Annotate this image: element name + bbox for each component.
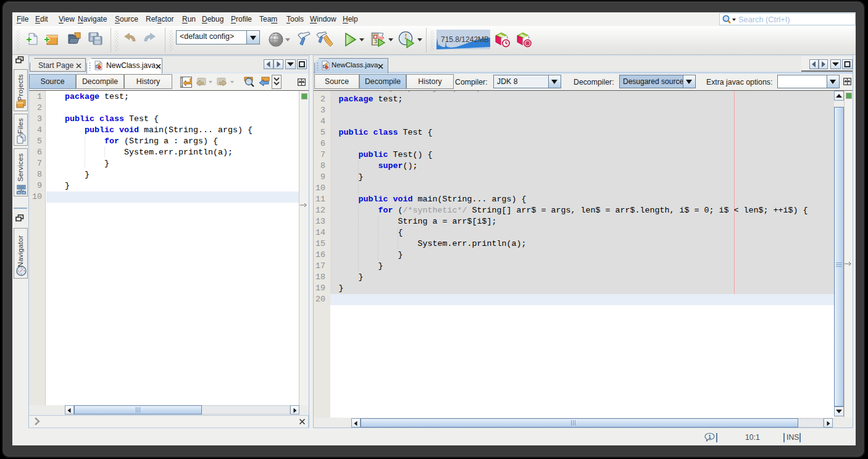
svg-text:3: 3 (374, 38, 377, 44)
svg-text:1: 1 (708, 433, 711, 440)
